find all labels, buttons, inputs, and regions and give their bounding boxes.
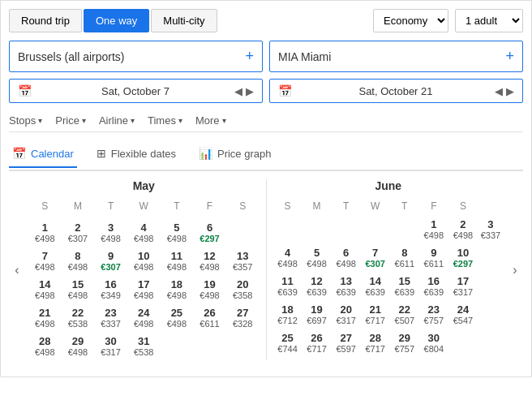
calendar-day[interactable]: 29€757: [392, 330, 418, 355]
depart-next-arrow[interactable]: ▶: [246, 85, 254, 97]
stops-filter[interactable]: Stops ▾: [9, 114, 42, 127]
calendar-day[interactable]: 27€597: [333, 330, 359, 355]
one-way-button[interactable]: One way: [84, 9, 149, 32]
day-price: €297: [453, 259, 473, 269]
calendar-day[interactable]: 24€498: [131, 305, 157, 330]
calendar-day[interactable]: 14€639: [363, 273, 388, 299]
destination-plus[interactable]: +: [505, 48, 514, 65]
calendar-day[interactable]: 4€498: [131, 220, 157, 245]
calendar-day[interactable]: 15€498: [65, 277, 91, 302]
calendar-day[interactable]: 31€538: [131, 333, 157, 359]
day-number: 30: [428, 332, 440, 344]
depart-date-field[interactable]: 📅 Sat, October 7 ◀ ▶: [9, 79, 263, 103]
multi-city-button[interactable]: Multi-city: [151, 9, 217, 32]
calendar-day[interactable]: 5€498: [304, 245, 330, 270]
calendar-day[interactable]: 10€297: [450, 245, 476, 270]
calendar-day[interactable]: 12€498: [197, 248, 223, 273]
day-header: F: [193, 199, 226, 215]
calendar-day[interactable]: 22€507: [392, 302, 418, 327]
calendar-day[interactable]: 6€498: [333, 245, 359, 270]
calendar-day[interactable]: 14€498: [32, 277, 58, 302]
calendar-day[interactable]: 21€498: [32, 305, 58, 330]
calendar-day[interactable]: 19€498: [197, 277, 223, 302]
calendar-day[interactable]: 11€639: [275, 273, 301, 299]
calendar-day[interactable]: 2€498: [450, 217, 476, 242]
calendar-day[interactable]: 23€337: [98, 305, 124, 330]
calendar-day[interactable]: 22€538: [65, 305, 91, 330]
calendar-day[interactable]: 26€717: [304, 330, 330, 355]
calendar-day[interactable]: 21€717: [363, 302, 388, 327]
calendar-day[interactable]: 16€349: [98, 277, 124, 302]
calendar-day[interactable]: 26€611: [197, 305, 223, 330]
calendar-day[interactable]: 3€498: [98, 220, 124, 245]
destination-field[interactable]: MIA Miami +: [269, 41, 523, 72]
calendar-day[interactable]: 13€639: [333, 273, 359, 299]
calendar-day[interactable]: 23€757: [421, 302, 447, 327]
prev-month-button[interactable]: ‹: [9, 171, 25, 368]
calendar-day[interactable]: 9€611: [421, 245, 447, 270]
adults-select[interactable]: 1 adult 2 adults: [455, 9, 523, 32]
airline-filter[interactable]: Airline ▾: [99, 114, 135, 127]
calendar-day[interactable]: 17€498: [131, 277, 157, 302]
calendar-day[interactable]: 30€804: [421, 330, 447, 355]
round-trip-button[interactable]: Round trip: [9, 9, 82, 32]
calendar-day[interactable]: 27€328: [230, 305, 255, 330]
calendar-day[interactable]: 28€717: [363, 330, 388, 355]
calendar-day[interactable]: 10€498: [131, 248, 157, 273]
day-number: 26: [204, 307, 215, 319]
calendar-day[interactable]: 18€712: [275, 302, 301, 327]
return-next-arrow[interactable]: ▶: [506, 85, 514, 97]
calendar-day[interactable]: 9€307: [98, 248, 124, 273]
calendar-day[interactable]: 1€498: [32, 220, 58, 245]
calendar-day[interactable]: 25€498: [164, 305, 190, 330]
calendar-day[interactable]: 19€697: [304, 302, 330, 327]
origin-field[interactable]: Brussels (all airports) +: [9, 41, 263, 72]
calendar-day[interactable]: 29€498: [65, 333, 91, 359]
return-date-nav[interactable]: ◀ ▶: [495, 85, 514, 97]
calendar-day[interactable]: 24€547: [450, 302, 476, 327]
more-filter[interactable]: More ▾: [195, 114, 226, 127]
tab-price-graph[interactable]: 📊 Price graph: [195, 140, 274, 168]
calendar-day[interactable]: 17€317: [450, 273, 476, 299]
return-date-field[interactable]: 📅 Sat, October 21 ◀ ▶: [269, 79, 523, 103]
calendar-day[interactable]: 20€317: [333, 302, 359, 327]
calendar-day[interactable]: 3€337: [478, 217, 504, 242]
calendar-day[interactable]: 25€744: [275, 330, 301, 355]
calendar-day[interactable]: 13€357: [230, 248, 255, 273]
calendar-day[interactable]: 11€498: [164, 248, 190, 273]
day-number: 17: [138, 278, 149, 290]
depart-prev-arrow[interactable]: ◀: [234, 85, 242, 97]
calendar-day[interactable]: 15€639: [392, 273, 418, 299]
class-select[interactable]: Economy Business First: [373, 9, 448, 32]
calendar-day[interactable]: 7€307: [363, 245, 388, 270]
calendar-day[interactable]: 12€639: [304, 273, 330, 299]
day-price: €498: [424, 230, 444, 240]
calendar-day[interactable]: 6€297: [197, 220, 223, 245]
calendar-day[interactable]: 1€498: [421, 217, 447, 242]
calendar-day[interactable]: 30€317: [98, 333, 124, 359]
next-month-button[interactable]: ›: [507, 171, 523, 368]
calendar-day[interactable]: 7€498: [32, 248, 58, 273]
calendar-day[interactable]: 8€611: [392, 245, 418, 270]
tab-calendar[interactable]: 📅 Calendar: [9, 140, 77, 168]
times-filter[interactable]: Times ▾: [148, 114, 182, 127]
day-price: €317: [101, 347, 120, 357]
calendar-day[interactable]: 5€498: [164, 220, 190, 245]
day-price: €498: [68, 262, 88, 272]
calendar-day[interactable]: 8€498: [65, 248, 91, 273]
tab-flexible-dates[interactable]: ⊞ Flexible dates: [93, 140, 179, 168]
calendar-day[interactable]: 28€498: [32, 333, 58, 359]
calendar-day[interactable]: 20€358: [230, 277, 255, 302]
origin-plus[interactable]: +: [245, 48, 254, 65]
day-price: €317: [453, 287, 473, 297]
day-price: €498: [307, 259, 326, 269]
calendar-day[interactable]: 2€307: [65, 220, 91, 245]
day-number: 19: [311, 303, 322, 316]
return-prev-arrow[interactable]: ◀: [495, 85, 503, 97]
calendar-day[interactable]: 18€498: [164, 277, 190, 302]
calendar-day[interactable]: 16€639: [421, 273, 447, 299]
calendar-day[interactable]: 4€498: [275, 245, 301, 270]
day-number: 10: [138, 250, 149, 262]
depart-date-nav[interactable]: ◀ ▶: [234, 85, 254, 97]
price-filter[interactable]: Price ▾: [55, 114, 86, 127]
